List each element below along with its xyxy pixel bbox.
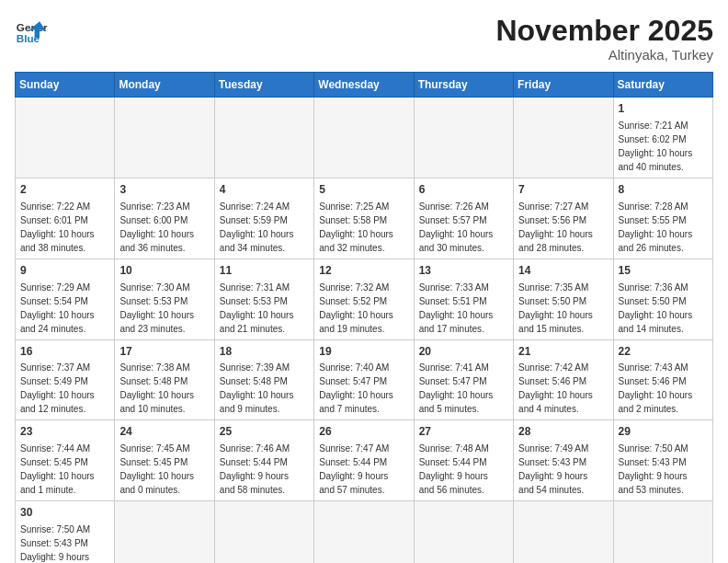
day-cell: 23Sunrise: 7:44 AMSunset: 5:45 PMDayligh… — [16, 420, 115, 501]
weekday-header-friday: Friday — [514, 73, 613, 98]
day-cell — [314, 501, 414, 563]
day-info: Sunrise: 7:28 AMSunset: 5:55 PMDaylight:… — [619, 200, 708, 255]
day-cell — [115, 98, 214, 178]
day-cell — [314, 98, 414, 178]
day-cell: 17Sunrise: 7:38 AMSunset: 5:48 PMDayligh… — [115, 339, 214, 420]
day-number: 17 — [119, 344, 209, 360]
day-cell: 14Sunrise: 7:35 AMSunset: 5:50 PMDayligh… — [514, 259, 613, 339]
day-number: 20 — [419, 344, 508, 360]
day-info: Sunrise: 7:31 AMSunset: 5:53 PMDaylight:… — [220, 281, 309, 336]
day-cell: 19Sunrise: 7:40 AMSunset: 5:47 PMDayligh… — [314, 339, 414, 420]
day-cell: 12Sunrise: 7:32 AMSunset: 5:52 PMDayligh… — [314, 259, 414, 339]
day-cell: 11Sunrise: 7:31 AMSunset: 5:53 PMDayligh… — [214, 259, 313, 339]
location: Altinyaka, Turkey — [495, 47, 713, 63]
day-info: Sunrise: 7:49 AMSunset: 5:43 PMDaylight:… — [518, 442, 608, 497]
day-number: 3 — [119, 182, 209, 198]
day-cell: 25Sunrise: 7:46 AMSunset: 5:44 PMDayligh… — [214, 420, 313, 501]
day-cell: 29Sunrise: 7:50 AMSunset: 5:43 PMDayligh… — [613, 420, 712, 501]
day-info: Sunrise: 7:50 AMSunset: 5:43 PMDaylight:… — [20, 523, 109, 563]
day-info: Sunrise: 7:23 AMSunset: 6:00 PMDaylight:… — [119, 200, 209, 255]
day-cell — [115, 501, 214, 563]
day-cell — [514, 98, 613, 178]
day-number: 29 — [619, 424, 708, 440]
day-info: Sunrise: 7:43 AMSunset: 5:46 PMDaylight:… — [619, 361, 708, 416]
page-header: General Blue November 2025 Altinyaka, Tu… — [15, 15, 713, 63]
day-info: Sunrise: 7:39 AMSunset: 5:48 PMDaylight:… — [220, 361, 309, 416]
day-cell — [214, 98, 313, 178]
day-info: Sunrise: 7:24 AMSunset: 5:59 PMDaylight:… — [220, 200, 309, 255]
day-number: 2 — [20, 182, 109, 198]
day-cell — [613, 501, 712, 563]
day-cell: 4Sunrise: 7:24 AMSunset: 5:59 PMDaylight… — [214, 178, 313, 259]
day-info: Sunrise: 7:21 AMSunset: 6:02 PMDaylight:… — [619, 119, 708, 174]
day-cell — [16, 98, 115, 178]
day-info: Sunrise: 7:33 AMSunset: 5:51 PMDaylight:… — [419, 281, 508, 336]
day-number: 27 — [419, 424, 508, 440]
day-number: 6 — [419, 182, 508, 198]
title-block: November 2025 Altinyaka, Turkey — [495, 15, 713, 63]
calendar-table: SundayMondayTuesdayWednesdayThursdayFrid… — [15, 72, 713, 563]
day-info: Sunrise: 7:35 AMSunset: 5:50 PMDaylight:… — [518, 281, 608, 336]
day-info: Sunrise: 7:50 AMSunset: 5:43 PMDaylight:… — [619, 442, 708, 497]
day-info: Sunrise: 7:27 AMSunset: 5:56 PMDaylight:… — [518, 200, 608, 255]
day-cell: 26Sunrise: 7:47 AMSunset: 5:44 PMDayligh… — [314, 420, 414, 501]
day-number: 9 — [20, 263, 109, 279]
day-number: 25 — [220, 424, 309, 440]
day-cell: 5Sunrise: 7:25 AMSunset: 5:58 PMDaylight… — [314, 178, 414, 259]
day-number: 18 — [220, 344, 309, 360]
day-number: 24 — [119, 424, 209, 440]
day-info: Sunrise: 7:45 AMSunset: 5:45 PMDaylight:… — [119, 442, 209, 497]
day-number: 1 — [619, 101, 708, 117]
day-cell: 7Sunrise: 7:27 AMSunset: 5:56 PMDaylight… — [514, 178, 613, 259]
day-info: Sunrise: 7:30 AMSunset: 5:53 PMDaylight:… — [119, 281, 209, 336]
weekday-header-saturday: Saturday — [613, 73, 712, 98]
weekday-header-monday: Monday — [115, 73, 214, 98]
day-number: 11 — [220, 263, 309, 279]
week-row-4: 23Sunrise: 7:44 AMSunset: 5:45 PMDayligh… — [16, 420, 713, 501]
week-row-3: 16Sunrise: 7:37 AMSunset: 5:49 PMDayligh… — [16, 339, 713, 420]
day-info: Sunrise: 7:22 AMSunset: 6:01 PMDaylight:… — [20, 200, 109, 255]
day-number: 23 — [20, 424, 109, 440]
day-info: Sunrise: 7:40 AMSunset: 5:47 PMDaylight:… — [319, 361, 408, 416]
weekday-header-thursday: Thursday — [414, 73, 513, 98]
day-number: 7 — [518, 182, 608, 198]
day-number: 16 — [20, 344, 109, 360]
day-cell: 15Sunrise: 7:36 AMSunset: 5:50 PMDayligh… — [613, 259, 712, 339]
day-cell — [414, 98, 513, 178]
logo-icon: General Blue — [15, 15, 48, 48]
day-cell: 28Sunrise: 7:49 AMSunset: 5:43 PMDayligh… — [514, 420, 613, 501]
weekday-header-sunday: Sunday — [16, 73, 115, 98]
day-cell: 27Sunrise: 7:48 AMSunset: 5:44 PMDayligh… — [414, 420, 513, 501]
day-cell: 13Sunrise: 7:33 AMSunset: 5:51 PMDayligh… — [414, 259, 513, 339]
day-cell: 2Sunrise: 7:22 AMSunset: 6:01 PMDaylight… — [16, 178, 115, 259]
month-title: November 2025 — [495, 15, 713, 47]
day-number: 5 — [319, 182, 408, 198]
week-row-2: 9Sunrise: 7:29 AMSunset: 5:54 PMDaylight… — [16, 259, 713, 339]
day-info: Sunrise: 7:44 AMSunset: 5:45 PMDaylight:… — [20, 442, 109, 497]
day-cell: 30Sunrise: 7:50 AMSunset: 5:43 PMDayligh… — [16, 501, 115, 563]
day-cell — [414, 501, 513, 563]
day-number: 4 — [220, 182, 309, 198]
day-cell: 3Sunrise: 7:23 AMSunset: 6:00 PMDaylight… — [115, 178, 214, 259]
day-number: 19 — [319, 344, 408, 360]
day-cell: 16Sunrise: 7:37 AMSunset: 5:49 PMDayligh… — [16, 339, 115, 420]
week-row-5: 30Sunrise: 7:50 AMSunset: 5:43 PMDayligh… — [16, 501, 713, 563]
logo: General Blue — [15, 15, 48, 48]
day-number: 30 — [20, 505, 109, 521]
weekday-header-row: SundayMondayTuesdayWednesdayThursdayFrid… — [16, 73, 713, 98]
day-cell: 9Sunrise: 7:29 AMSunset: 5:54 PMDaylight… — [16, 259, 115, 339]
day-info: Sunrise: 7:25 AMSunset: 5:58 PMDaylight:… — [319, 200, 408, 255]
day-number: 22 — [619, 344, 708, 360]
day-info: Sunrise: 7:41 AMSunset: 5:47 PMDaylight:… — [419, 361, 508, 416]
day-cell: 21Sunrise: 7:42 AMSunset: 5:46 PMDayligh… — [514, 339, 613, 420]
day-info: Sunrise: 7:26 AMSunset: 5:57 PMDaylight:… — [419, 200, 508, 255]
day-number: 10 — [119, 263, 209, 279]
day-info: Sunrise: 7:46 AMSunset: 5:44 PMDaylight:… — [220, 442, 309, 497]
weekday-header-tuesday: Tuesday — [214, 73, 313, 98]
day-number: 21 — [518, 344, 608, 360]
day-info: Sunrise: 7:37 AMSunset: 5:49 PMDaylight:… — [20, 361, 109, 416]
day-number: 28 — [518, 424, 608, 440]
day-number: 8 — [619, 182, 708, 198]
day-info: Sunrise: 7:42 AMSunset: 5:46 PMDaylight:… — [518, 361, 608, 416]
weekday-header-wednesday: Wednesday — [314, 73, 414, 98]
